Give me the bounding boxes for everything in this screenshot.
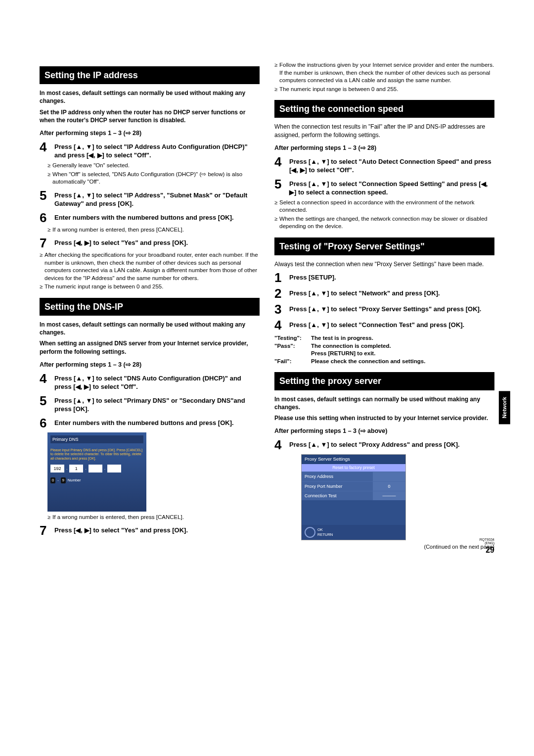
- bullet-list: Follow the instructions given by your In…: [274, 61, 494, 93]
- figure-title: Proxy Server Settings: [302, 455, 405, 464]
- page-footer: RQT9334 (ENG) 29: [480, 538, 494, 556]
- bullet-list: Select a connection speed in accordance …: [274, 199, 494, 231]
- figure-controls: OK RETURN: [302, 525, 405, 540]
- step-5: 5 Press [▲, ▼] to select "IP Address", "…: [40, 189, 260, 208]
- after-steps-note: After performing steps 1 – 3 (⇨ above): [274, 427, 494, 435]
- step-text: Press [▲, ▼] to select "IP Address Auto …: [54, 141, 260, 160]
- figure-message: Please input Primary DNS and press [OK].…: [50, 448, 143, 461]
- row-label: Proxy Address: [302, 472, 373, 481]
- ip-octet-1: 192: [50, 465, 64, 472]
- step-2: 2 Press [▲, ▼] to select "Network" and p…: [274, 287, 494, 300]
- row-value: 0: [373, 482, 405, 491]
- intro-text: When setting an assigned DNS server from…: [40, 339, 260, 355]
- status-legend: "Testing":The test is in progress. "Pass…: [274, 334, 494, 365]
- step-number: 4: [274, 319, 285, 331]
- status-value: The connection is completed.: [311, 342, 391, 350]
- step-text: Enter numbers with the numbered buttons …: [54, 417, 234, 427]
- step-3: 3 Press [▲, ▼] to select "Proxy Server S…: [274, 303, 494, 316]
- step-1: 1 Press [SETUP].: [274, 271, 494, 284]
- side-tab-network: Network: [499, 391, 510, 424]
- intro-text: Set the IP address only when the router …: [40, 108, 260, 124]
- step-text: Press [▲, ▼] to select "Network" and pre…: [289, 287, 440, 298]
- figure-legend: 0-9 Number: [50, 477, 143, 483]
- bullet-item: When the settings are changed, the netwo…: [274, 215, 494, 231]
- intro-text: Please use this setting when instructed …: [274, 414, 494, 422]
- step-text: Press [SETUP].: [289, 271, 336, 282]
- heading-proxy-test: Testing of "Proxy Server Settings": [274, 237, 494, 255]
- ip-input-row: 192. 1. .: [50, 465, 143, 472]
- table-row: Proxy Address: [302, 472, 405, 481]
- status-key: "Testing":: [274, 334, 308, 342]
- right-column: Follow the instructions given by your In…: [274, 59, 494, 551]
- row-value: ———: [373, 491, 405, 500]
- return-label: RETURN: [317, 532, 333, 537]
- doc-code: RQT9334: [480, 538, 494, 541]
- step-text: Press [▲, ▼] to select "Proxy Address" a…: [289, 438, 460, 449]
- after-steps-note: After performing steps 1 – 3 (⇨ 28): [40, 129, 260, 138]
- table-row: Proxy Port Number0: [302, 481, 405, 491]
- doc-lang: (ENG): [480, 541, 494, 545]
- dpad-icon: [305, 527, 315, 538]
- step-text: Press [◀, ▶] to select "Yes" and press […: [54, 236, 188, 247]
- intro-text: Always test the connection when new "Pro…: [274, 260, 494, 268]
- step-number: 4: [274, 438, 285, 451]
- continued-note: (Continued on the next page): [274, 543, 494, 551]
- bullet-item: Follow the instructions given by your In…: [274, 61, 494, 85]
- step-4: 4 Press [▲, ▼] to select "DNS Auto Confi…: [40, 372, 260, 391]
- bullet-item: The numeric input range is between 0 and…: [274, 86, 494, 94]
- heading-proxy-server: Setting the proxy server: [274, 372, 494, 390]
- ip-octet-2: 1: [69, 465, 83, 472]
- step-text: Press [▲, ▼] to select "DNS Auto Configu…: [54, 372, 260, 391]
- step-4: 4 Press [▲, ▼] to select "IP Address Aut…: [40, 141, 260, 160]
- intro-text: In most cases, default settings can norm…: [40, 321, 260, 336]
- status-key: "Fail":: [274, 358, 308, 366]
- step-4: 4 Press [▲, ▼] to select "Connection Tes…: [274, 319, 494, 331]
- status-value: Please check the connection and settings…: [311, 358, 425, 366]
- figure-title: Primary DNS: [50, 435, 143, 443]
- step-text: Press [▲, ▼] to select "Connection Test"…: [289, 319, 464, 330]
- step-number: 7: [40, 236, 50, 249]
- left-column: Setting the IP address In most cases, de…: [40, 59, 260, 551]
- step-text: Press [▲, ▼] to select "Auto Detect Conn…: [289, 155, 494, 175]
- step-5: 5 Press [▲, ▼] to select "Connection Spe…: [274, 178, 494, 197]
- bullet-list: Generally leave "On" selected. When "Off…: [47, 162, 260, 186]
- bullet-item: Select a connection speed in accordance …: [274, 199, 494, 214]
- heading-connection-speed: Setting the connection speed: [274, 100, 494, 118]
- step-number: 7: [40, 524, 50, 537]
- bullet-item: If a wrong number is entered, then press…: [47, 226, 260, 234]
- heading-dns-ip: Setting the DNS-IP: [40, 298, 260, 316]
- step-number: 2: [274, 287, 285, 300]
- intro-text: In most cases, default settings can norm…: [40, 89, 260, 105]
- step-number: 6: [40, 417, 50, 429]
- bullet-item: Generally leave "On" selected.: [47, 162, 260, 170]
- step-6: 6 Enter numbers with the numbered button…: [40, 211, 260, 224]
- step-number: 5: [40, 189, 50, 202]
- after-steps-note: After performing steps 1 – 3 (⇨ 28): [274, 144, 494, 152]
- bullet-item: After checking the specifications for yo…: [40, 251, 260, 282]
- status-key: [274, 350, 308, 358]
- row-label: Proxy Port Number: [302, 482, 373, 491]
- ok-label: OK: [317, 527, 333, 532]
- status-value: Press [RETURN] to exit.: [311, 350, 375, 358]
- bullet-list: After checking the specifications for yo…: [40, 251, 260, 291]
- heading-ip-address: Setting the IP address: [40, 66, 260, 84]
- step-text: Press [▲, ▼] to select "Connection Speed…: [289, 178, 494, 197]
- step-number: 3: [274, 303, 285, 316]
- proxy-settings-figure: Proxy Server Settings Reset to factory p…: [301, 454, 406, 540]
- step-5: 5 Press [▲, ▼] to select "Primary DNS" o…: [40, 394, 260, 414]
- step-number: 5: [40, 394, 50, 407]
- bullet-item: When "Off" is selected, "DNS Auto Config…: [47, 171, 260, 186]
- ip-octet-3: [89, 465, 102, 472]
- row-value: [373, 472, 405, 481]
- intro-text: When the connection test results in "Fai…: [274, 123, 494, 139]
- step-number: 4: [40, 141, 50, 153]
- status-key: "Pass":: [274, 342, 308, 350]
- ip-octet-4: [107, 465, 121, 472]
- step-number: 5: [274, 178, 285, 190]
- step-text: Press [▲, ▼] to select "Primary DNS" or …: [54, 394, 260, 414]
- step-4: 4 Press [▲, ▼] to select "Auto Detect Co…: [274, 155, 494, 175]
- step-text: Press [◀, ▶] to select "Yes" and press […: [54, 524, 188, 535]
- reset-row: Reset to factory preset: [302, 464, 405, 472]
- intro-text: In most cases, default settings can norm…: [274, 395, 494, 411]
- step-text: Enter numbers with the numbered buttons …: [54, 211, 234, 222]
